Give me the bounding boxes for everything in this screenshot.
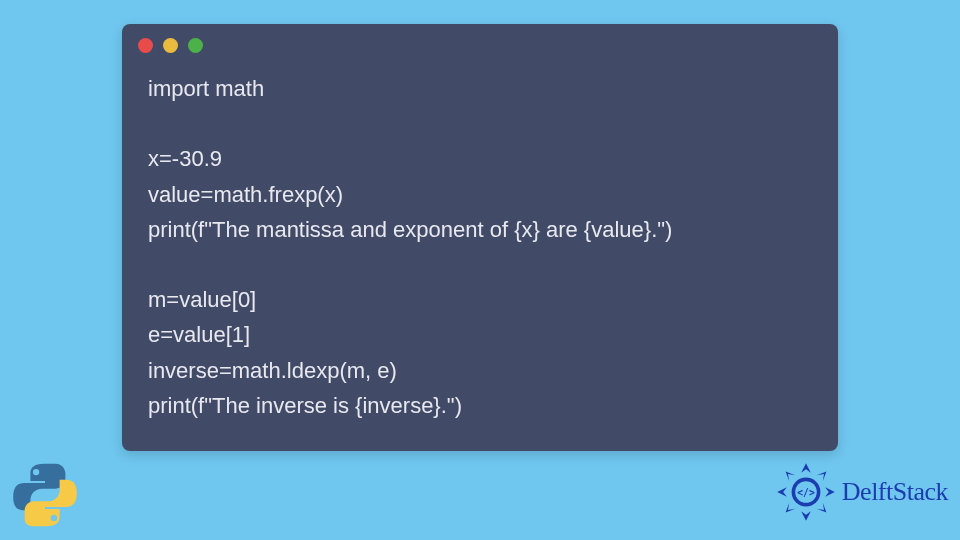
svg-marker-6 [785,503,795,513]
delftstack-branding: </> DelftStack [776,462,948,522]
svg-marker-7 [785,472,795,482]
svg-marker-0 [801,463,811,473]
code-window: import math x=-30.9 value=math.frexp(x) … [122,24,838,451]
close-icon [138,38,153,53]
svg-marker-1 [825,487,835,497]
svg-marker-3 [777,487,787,497]
minimize-icon [163,38,178,53]
python-logo-icon [10,460,80,530]
delftstack-label: DelftStack [842,477,948,507]
svg-marker-4 [817,472,827,482]
code-block: import math x=-30.9 value=math.frexp(x) … [122,63,838,431]
delftstack-logo-icon: </> [776,462,836,522]
maximize-icon [188,38,203,53]
svg-text:</>: </> [797,487,815,498]
window-controls [122,24,838,63]
svg-marker-2 [801,511,811,521]
svg-marker-5 [817,503,827,513]
